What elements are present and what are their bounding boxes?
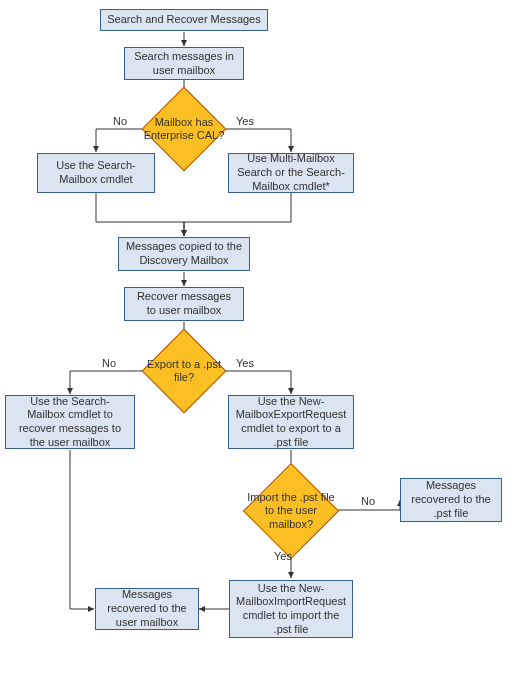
- node-recovered-user: Messages recovered to the user mailbox: [95, 588, 199, 630]
- node-recover-messages-text: Recover messages to user mailbox: [131, 290, 237, 318]
- node-start: Search and Recover Messages: [100, 9, 268, 31]
- node-use-search-mailbox-text: Use the Search-Mailbox cmdlet: [44, 159, 148, 187]
- node-recover-messages: Recover messages to user mailbox: [124, 287, 244, 321]
- node-use-multi-mailbox: Use Multi-Mailbox Search or the Search-M…: [228, 153, 354, 193]
- node-export-pst: Use the New-MailboxExportRequest cmdlet …: [228, 395, 354, 449]
- node-copied-discovery: Messages copied to the Discovery Mailbox: [118, 237, 250, 271]
- node-use-search-mailbox: Use the Search-Mailbox cmdlet: [37, 153, 155, 193]
- decision-import-pst: Import the .pst file to the user mailbox…: [257, 477, 325, 545]
- node-recovered-pst: Messages recovered to the .pst file: [400, 478, 502, 522]
- node-search-messages: Search messages in user mailbox: [124, 47, 244, 80]
- edge-label-no-2: No: [102, 357, 116, 369]
- node-recovered-user-text: Messages recovered to the user mailbox: [102, 588, 192, 629]
- diamond-shape: [243, 463, 339, 559]
- node-recovered-pst-text: Messages recovered to the .pst file: [407, 479, 495, 520]
- decision-export-pst: Export to a .pst file?: [154, 341, 214, 401]
- edge-label-no-3: No: [361, 495, 375, 507]
- edge-label-yes-2: Yes: [236, 357, 254, 369]
- diamond-shape: [142, 329, 227, 414]
- flowchart: Search and Recover Messages Search messa…: [0, 0, 512, 678]
- decision-enterprise-cal: Mailbox has Enterprise CAL?: [154, 99, 214, 159]
- node-search-messages-text: Search messages in user mailbox: [131, 50, 237, 78]
- node-import-pst-text: Use the New-MailboxImportRequest cmdlet …: [236, 582, 346, 637]
- node-use-multi-mailbox-text: Use Multi-Mailbox Search or the Search-M…: [235, 152, 347, 193]
- edge-label-yes-3: Yes: [274, 550, 292, 562]
- node-export-pst-text: Use the New-MailboxExportRequest cmdlet …: [235, 395, 347, 450]
- edge-label-no-1: No: [113, 115, 127, 127]
- node-copied-discovery-text: Messages copied to the Discovery Mailbox: [125, 240, 243, 268]
- node-import-pst: Use the New-MailboxImportRequest cmdlet …: [229, 580, 353, 638]
- node-start-text: Search and Recover Messages: [107, 13, 260, 27]
- node-recover-direct: Use the Search-Mailbox cmdlet to recover…: [5, 395, 135, 449]
- edge-label-yes-1: Yes: [236, 115, 254, 127]
- connectors: [0, 0, 512, 678]
- node-recover-direct-text: Use the Search-Mailbox cmdlet to recover…: [12, 395, 128, 450]
